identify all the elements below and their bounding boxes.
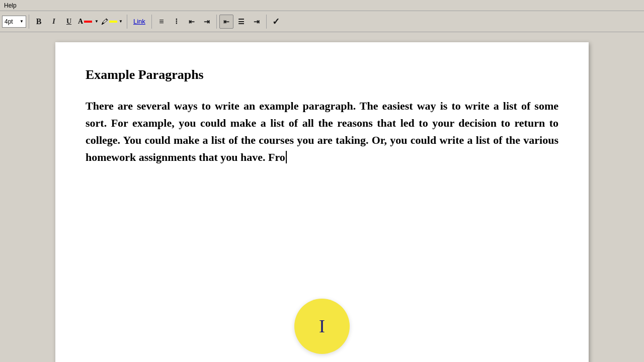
align-right-button[interactable]: ⇥ — [250, 15, 264, 29]
increase-indent-button[interactable]: ⇥ — [200, 15, 214, 29]
ordered-list-button[interactable]: ≡ — [154, 15, 169, 29]
spellcheck-icon: ✓ — [272, 16, 280, 27]
font-size-value: 4pt — [5, 18, 13, 25]
text-color-group: A ▼ — [77, 15, 100, 29]
unordered-list-button[interactable]: ⁝ — [170, 15, 184, 29]
document-body-text: There are several ways to write an examp… — [86, 100, 558, 163]
align-center-button[interactable]: ☰ — [234, 15, 249, 29]
toolbar: 4pt ▼ B I U A ▼ 🖍 ▼ Link ≡ — [0, 11, 644, 32]
link-button[interactable]: Link — [130, 15, 149, 29]
text-color-button[interactable]: A — [77, 15, 93, 29]
text-color-inner: A — [78, 18, 92, 26]
highlight-inner: 🖍 — [101, 18, 117, 26]
unordered-list-icon: ⁝ — [175, 17, 178, 26]
align-left-button[interactable]: ⇤ — [219, 15, 233, 29]
font-color-icon: A — [78, 18, 83, 26]
separator-2 — [127, 15, 127, 29]
text-color-dropdown[interactable]: ▼ — [93, 15, 100, 29]
highlight-indicator — [109, 21, 117, 23]
decrease-indent-button[interactable]: ⇤ — [185, 15, 199, 29]
highlight-button[interactable]: 🖍 — [101, 15, 117, 29]
document-page[interactable]: Example Paragraphs There are several way… — [55, 42, 589, 362]
document-body[interactable]: There are several ways to write an examp… — [86, 98, 558, 166]
align-left-icon: ⇤ — [223, 18, 229, 26]
text-cursor — [286, 151, 287, 163]
menu-item-help[interactable]: Help — [2, 2, 19, 9]
text-color-indicator — [84, 21, 92, 23]
increase-indent-icon: ⇥ — [204, 18, 210, 26]
separator-3 — [151, 15, 152, 29]
bold-button[interactable]: B — [32, 15, 46, 29]
highlight-icon: 🖍 — [101, 18, 108, 26]
underline-button[interactable]: U — [62, 15, 76, 29]
separator-1 — [29, 15, 29, 29]
italic-button[interactable]: I — [47, 15, 61, 29]
align-right-icon: ⇥ — [254, 18, 260, 26]
align-center-icon: ☰ — [238, 18, 245, 26]
font-size-selector[interactable]: 4pt ▼ — [2, 16, 26, 28]
separator-4 — [216, 15, 217, 29]
highlight-color-group: 🖍 ▼ — [101, 15, 124, 29]
cursor-circle: I — [294, 299, 350, 354]
spellcheck-button[interactable]: ✓ — [269, 15, 283, 29]
ordered-list-icon: ≡ — [159, 17, 164, 26]
font-size-dropdown-arrow: ▼ — [20, 19, 24, 24]
menu-bar: Help — [0, 0, 644, 11]
decrease-indent-icon: ⇤ — [189, 18, 195, 26]
separator-5 — [266, 15, 267, 29]
highlight-dropdown[interactable]: ▼ — [117, 15, 124, 29]
content-area: Example Paragraphs There are several way… — [0, 32, 644, 362]
cursor-i-symbol: I — [319, 316, 325, 337]
document-title: Example Paragraphs — [86, 67, 558, 82]
